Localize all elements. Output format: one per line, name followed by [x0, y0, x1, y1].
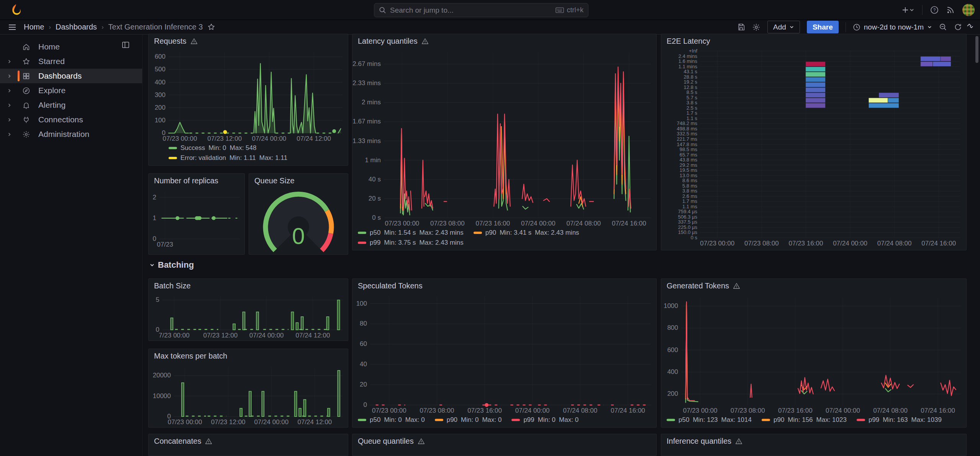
legend-item[interactable]: Error: validationMin: 1.11Max: 1.11	[169, 154, 287, 162]
search-input[interactable]: Search or jump to... ctrl+k	[374, 3, 588, 17]
warning-icon[interactable]	[205, 438, 212, 445]
warning-icon[interactable]	[733, 282, 740, 290]
chevron-right-icon[interactable]	[7, 103, 12, 108]
heatmap-cell	[806, 67, 826, 72]
new-button[interactable]	[901, 6, 914, 14]
sidebar-item-home[interactable]: Home	[0, 40, 142, 54]
breadcrumb-home[interactable]: Home	[24, 23, 44, 31]
legend-item[interactable]: SuccessMin: 0Max: 548	[169, 144, 256, 152]
add-button[interactable]: Add	[767, 21, 800, 33]
svg-text:07/23 08:00: 07/23 08:00	[420, 407, 454, 414]
warning-icon[interactable]	[418, 438, 425, 445]
breadcrumb-separator: ›	[49, 23, 51, 31]
panel-title[interactable]: Max tokens per batch	[154, 352, 227, 361]
requests-chart: 600500400300200100007/23 00:0007/23 12:0…	[149, 48, 348, 143]
heatmap-cell	[806, 98, 826, 103]
bar	[301, 317, 303, 330]
legend-item[interactable]: p99Min: 3.75 sMax: 2.43 mins	[358, 239, 464, 247]
svg-text:1.33 mins: 1.33 mins	[352, 137, 381, 145]
avatar[interactable]	[962, 4, 975, 16]
mega-menu-button[interactable]	[8, 23, 17, 32]
heatmap-cell	[806, 93, 826, 98]
share-button[interactable]: Share	[807, 21, 839, 33]
svg-text:20 s: 20 s	[369, 195, 381, 202]
time-range-picker[interactable]: now-2d to now-1m	[853, 23, 932, 31]
legend-item[interactable]: p99Min: 0Max: 0	[511, 416, 578, 424]
legend-item[interactable]: p50Min: 123Max: 1014	[667, 416, 752, 424]
scrollbar[interactable]	[975, 35, 979, 456]
zoom-out-time-button[interactable]	[939, 23, 947, 31]
legend-item[interactable]: p50Min: 1.54 sMax: 2.43 mins	[358, 229, 464, 237]
dashboard-toolbar: Home › Dashboards › Text Generation Infe…	[0, 20, 980, 35]
section-batching[interactable]: Batching	[149, 260, 194, 270]
panel-title[interactable]: Batch Size	[154, 282, 191, 290]
breadcrumb-separator: ›	[102, 23, 104, 31]
panel-title[interactable]: Generated Tokens	[667, 282, 729, 290]
sidebar-item-administration[interactable]: Administration	[0, 127, 142, 142]
legend-item[interactable]: p90Min: 156Max: 1023	[762, 416, 847, 424]
svg-text:07/24 00:00: 07/24 00:00	[515, 407, 550, 414]
sidebar-item-explore[interactable]: Explore	[0, 83, 142, 98]
dashboard-settings-button[interactable]	[752, 23, 760, 31]
panel-queue-quantiles: Queue quantiles	[352, 434, 657, 456]
max_tokens-chart: 2000010000007/23 00:0007/23 12:0007/24 0…	[149, 363, 348, 426]
legend-item[interactable]: p90Min: 3.41 sMax: 2.43 mins	[474, 229, 579, 237]
scrollbar-thumb[interactable]	[975, 36, 978, 63]
chevron-right-icon[interactable]	[7, 88, 12, 93]
bar	[262, 391, 264, 416]
svg-text:60: 60	[360, 340, 367, 347]
generated-chart: 100080060040020007/23 00:0007/23 08:0007…	[661, 293, 966, 415]
chevron-right-icon[interactable]	[7, 132, 12, 137]
chevron-right-icon[interactable]	[7, 74, 12, 79]
news-button[interactable]	[946, 6, 955, 14]
legend-item[interactable]: p50Min: 0Max: 0	[358, 416, 425, 424]
refresh-button[interactable]	[954, 23, 962, 31]
panel-title[interactable]: Concatenates	[154, 437, 201, 446]
rss-icon	[946, 6, 955, 14]
panel-title[interactable]: Queue Size	[254, 176, 295, 185]
panel-title[interactable]: Number of replicas	[154, 176, 218, 185]
grafana-logo[interactable]	[10, 4, 22, 16]
bar	[299, 408, 301, 416]
panel-title[interactable]: Queue quantiles	[358, 437, 414, 446]
sidebar-item-dashboards[interactable]: Dashboards	[0, 69, 142, 83]
breadcrumb-dashboards[interactable]: Dashboards	[56, 23, 97, 31]
chevron-right-icon[interactable]	[7, 59, 12, 64]
panel-title[interactable]: Speculated Tokens	[358, 282, 423, 290]
collapse-toolbar-button[interactable]	[966, 22, 972, 30]
svg-text:0 s: 0 s	[372, 214, 381, 221]
panel-title[interactable]: Requests	[154, 37, 187, 46]
magnifier-minus-icon	[939, 23, 947, 31]
breadcrumb-current: Text Generation Inference 3	[108, 23, 203, 31]
sidebar-item-connections[interactable]: Connections	[0, 112, 142, 127]
svg-text:07/23 00:00: 07/23 00:00	[372, 407, 406, 414]
replicas-chart: 21007/23	[149, 188, 244, 254]
svg-text:600: 600	[667, 346, 678, 354]
warning-icon[interactable]	[190, 38, 198, 45]
sidebar-item-alerting[interactable]: Alerting	[0, 98, 142, 112]
chevron-right-icon[interactable]	[7, 117, 12, 122]
help-button[interactable]: ?	[930, 6, 939, 14]
warning-icon[interactable]	[421, 38, 429, 45]
legend-item[interactable]: p90Min: 0Max: 0	[435, 416, 502, 424]
panel-title[interactable]: Latency quantiles	[358, 37, 418, 46]
save-dashboard-button[interactable]	[737, 23, 745, 31]
panel-title[interactable]: Inference quantiles	[667, 437, 731, 446]
heatmap-cell	[879, 93, 899, 98]
sidebar-item-starred[interactable]: Starred	[0, 54, 142, 69]
chevron-down-icon	[789, 25, 794, 30]
svg-text:07/23 16:00: 07/23 16:00	[778, 407, 813, 414]
svg-text:07/23: 07/23	[157, 241, 173, 248]
top-nav: Search or jump to... ctrl+k ?	[0, 0, 980, 20]
gear-icon	[752, 23, 760, 31]
panel-title[interactable]: E2E Latency	[667, 37, 710, 46]
search-placeholder: Search or jump to...	[390, 6, 552, 15]
sidebar-list: Home Starred Dashboards Explore Alerting…	[0, 40, 142, 142]
svg-text:07/24 12:00: 07/24 12:00	[297, 135, 331, 142]
favorite-star-icon[interactable]	[207, 23, 215, 31]
nav-sidebar: Home Starred Dashboards Explore Alerting…	[0, 35, 143, 456]
chevron-down-icon	[149, 262, 155, 268]
svg-text:07/23 08:00: 07/23 08:00	[731, 407, 765, 414]
warning-icon[interactable]	[735, 438, 742, 445]
legend-item[interactable]: p99Min: 163Max: 1039	[857, 416, 942, 424]
